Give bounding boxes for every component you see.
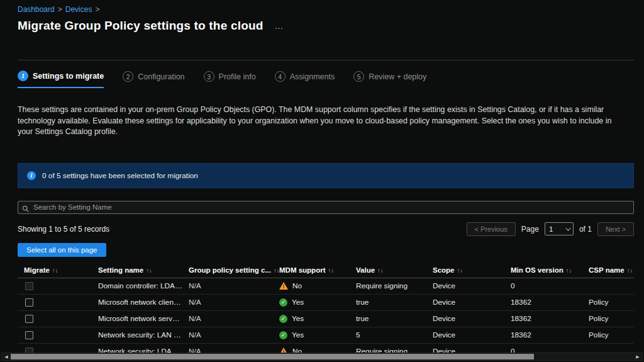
breadcrumb-separator: > bbox=[58, 5, 62, 14]
step-label: Profile info bbox=[219, 72, 256, 81]
column-header-scope[interactable]: Scope↑↓ bbox=[431, 266, 509, 274]
step-1-badge: 1 bbox=[18, 71, 28, 81]
cell-mdm-support: ✓Yes bbox=[278, 298, 355, 307]
header-divider bbox=[18, 60, 634, 60]
cell-scope: Device bbox=[431, 331, 509, 339]
sort-icon: ↑↓ bbox=[52, 267, 58, 274]
cell-setting-name: Network security: LAN Man... bbox=[97, 331, 187, 339]
search-icon bbox=[22, 204, 30, 215]
breadcrumb: Dashboard>Devices> bbox=[18, 0, 634, 14]
cell-setting-name: Domain controller: LDAP se... bbox=[97, 281, 187, 290]
more-options-icon[interactable]: … bbox=[275, 23, 285, 29]
breadcrumb-separator: > bbox=[95, 5, 99, 14]
cell-min-os: 18362 bbox=[509, 331, 587, 339]
page: Dashboard>Devices> Migrate Group Policy … bbox=[0, 0, 644, 360]
cell-min-os: 18362 bbox=[509, 298, 587, 307]
row-checkbox[interactable] bbox=[25, 331, 33, 339]
sort-icon: ↑↓ bbox=[457, 267, 464, 274]
scrollbar-thumb[interactable] bbox=[11, 354, 534, 359]
cell-value: true bbox=[355, 298, 431, 307]
scrollbar-track[interactable] bbox=[11, 353, 633, 360]
cell-group-policy: N/A bbox=[187, 314, 278, 323]
column-header-mdm-support[interactable]: MDM support↑↓ bbox=[278, 266, 355, 274]
tab-profile-info[interactable]: 3 Profile info bbox=[204, 71, 256, 88]
scroll-left-icon[interactable]: ◀ bbox=[2, 354, 11, 359]
warning-triangle-icon: ! bbox=[279, 282, 288, 290]
cell-group-policy: N/A bbox=[187, 281, 278, 290]
breadcrumb-devices[interactable]: Devices bbox=[65, 5, 92, 14]
cell-min-os: 18362 bbox=[509, 314, 587, 323]
title-row: Migrate Group Policy settings to the clo… bbox=[18, 19, 634, 33]
tab-review-deploy[interactable]: 5 Review + deploy bbox=[353, 71, 426, 88]
column-header-min-os[interactable]: Min OS version↑↓ bbox=[509, 266, 587, 274]
cell-scope: Device bbox=[431, 298, 509, 307]
table-row: Microsoft network server: ... N/A ✓Yes t… bbox=[18, 311, 634, 327]
step-label: Configuration bbox=[138, 72, 184, 81]
sort-icon: ↑↓ bbox=[377, 267, 384, 274]
cell-setting-name: Microsoft network client: D... bbox=[97, 298, 187, 307]
sort-icon: ↑↓ bbox=[146, 267, 152, 274]
table-row: Microsoft network client: D... N/A ✓Yes … bbox=[18, 295, 634, 311]
cell-group-policy: N/A bbox=[187, 331, 278, 339]
page-title: Migrate Group Policy settings to the clo… bbox=[18, 19, 264, 33]
cell-scope: Device bbox=[431, 281, 509, 290]
page-description: These settings are contained in your on-… bbox=[18, 105, 626, 138]
check-circle-icon: ✓ bbox=[279, 331, 287, 339]
table-row: Domain controller: LDAP se... N/A !No Re… bbox=[18, 278, 634, 295]
row-checkbox[interactable] bbox=[25, 315, 33, 323]
sort-icon: ↑↓ bbox=[566, 267, 572, 274]
info-banner-text: 0 of 5 settings have been selected for m… bbox=[42, 171, 198, 180]
breadcrumb-dashboard[interactable]: Dashboard bbox=[18, 5, 55, 14]
cell-csp-name: Policy bbox=[587, 314, 634, 323]
previous-page-button[interactable]: < Previous bbox=[467, 222, 516, 236]
row-checkbox[interactable] bbox=[25, 298, 33, 307]
cell-value: true bbox=[355, 314, 431, 323]
step-label: Settings to migrate bbox=[33, 72, 104, 81]
wizard-steps: 1 Settings to migrate 2 Configuration 3 … bbox=[18, 71, 634, 88]
cell-value: Require signing bbox=[355, 281, 431, 290]
scroll-right-icon[interactable]: ▶ bbox=[633, 354, 642, 359]
chevron-down-icon bbox=[565, 225, 570, 230]
column-header-group-policy[interactable]: Group policy setting c...↑↓ bbox=[187, 266, 278, 274]
cell-mdm-support: !No bbox=[278, 281, 355, 290]
cell-group-policy: N/A bbox=[187, 298, 278, 307]
search-input[interactable] bbox=[18, 201, 634, 214]
column-header-migrate[interactable]: Migrate↑↓ bbox=[18, 266, 97, 274]
sort-icon: ↑↓ bbox=[627, 267, 633, 274]
step-3-badge: 3 bbox=[204, 71, 214, 82]
step-4-badge: 4 bbox=[275, 71, 286, 82]
column-header-csp-name[interactable]: CSP name↑↓ bbox=[587, 266, 634, 274]
step-label: Review + deploy bbox=[369, 72, 426, 81]
cell-scope: Device bbox=[431, 314, 509, 323]
next-page-button[interactable]: Next > bbox=[597, 222, 634, 236]
row-checkbox[interactable] bbox=[25, 282, 33, 290]
tab-settings-to-migrate[interactable]: 1 Settings to migrate bbox=[18, 71, 104, 88]
tab-assignments[interactable]: 4 Assignments bbox=[275, 71, 335, 88]
select-all-button[interactable]: Select all on this page bbox=[18, 243, 106, 257]
check-circle-icon: ✓ bbox=[279, 315, 287, 323]
cell-csp-name: Policy bbox=[587, 298, 634, 307]
info-icon: i bbox=[27, 171, 36, 180]
page-label: Page bbox=[521, 225, 539, 234]
page-of-label: of 1 bbox=[579, 225, 592, 234]
column-header-value[interactable]: Value↑↓ bbox=[355, 266, 431, 274]
column-header-setting-name[interactable]: Setting name↑↓ bbox=[97, 266, 187, 274]
cell-mdm-support: ✓Yes bbox=[278, 314, 355, 323]
table-row: Network security: LAN Man... N/A ✓Yes 5 … bbox=[18, 327, 634, 344]
page-number-value: 1 bbox=[549, 225, 553, 233]
records-summary: Showing 1 to 5 of 5 records bbox=[18, 225, 109, 234]
cell-value: 5 bbox=[355, 331, 431, 339]
page-number-select[interactable]: 1 bbox=[545, 222, 574, 235]
records-row: Showing 1 to 5 of 5 records < Previous P… bbox=[18, 222, 634, 236]
horizontal-scrollbar[interactable]: ◀ ▶ bbox=[1, 353, 643, 361]
check-circle-icon: ✓ bbox=[279, 298, 287, 307]
cell-setting-name: Microsoft network server: ... bbox=[97, 314, 187, 323]
cell-min-os: 0 bbox=[509, 281, 587, 290]
table-header-row: Migrate↑↓ Setting name↑↓ Group policy se… bbox=[18, 263, 634, 278]
step-5-badge: 5 bbox=[353, 71, 364, 82]
step-label: Assignments bbox=[290, 72, 335, 81]
tab-configuration[interactable]: 2 Configuration bbox=[123, 71, 184, 88]
sort-icon: ↑↓ bbox=[328, 267, 334, 274]
cell-csp-name: Policy bbox=[587, 331, 634, 339]
search-box bbox=[18, 201, 634, 214]
